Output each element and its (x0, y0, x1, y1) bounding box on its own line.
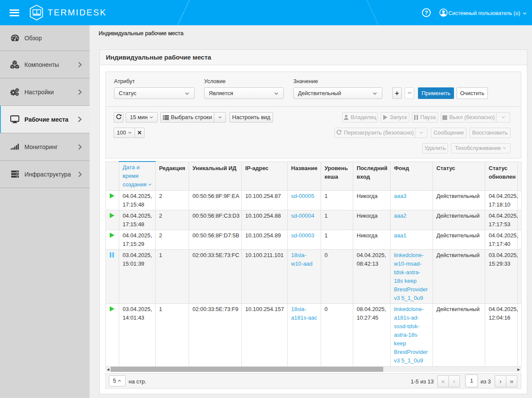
svg-text:?: ? (425, 9, 428, 16)
